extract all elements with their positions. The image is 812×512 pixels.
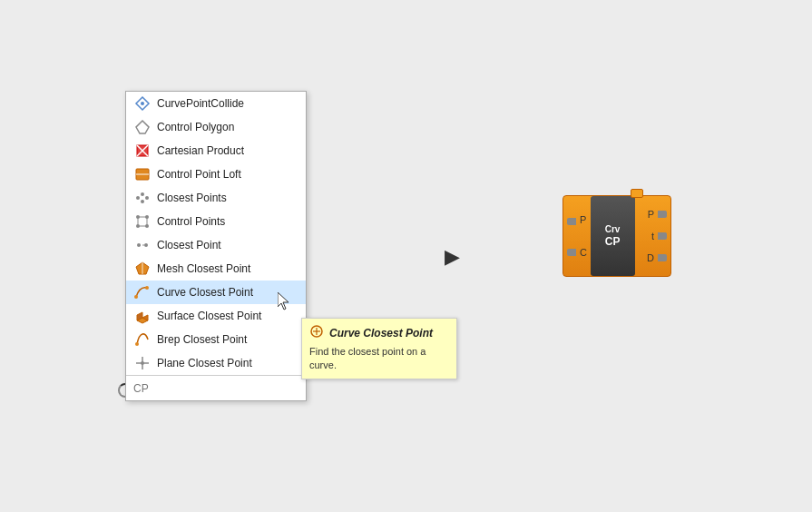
svg-marker-37: [278, 292, 289, 310]
node-label-line1: Crv: [605, 224, 621, 235]
node-center-label: Crv CP: [591, 196, 635, 276]
menu-item-closest-point[interactable]: Closest Point: [126, 233, 306, 257]
port-connector-rp: [658, 211, 667, 218]
menu-item-label-mesh-closest-point: Mesh Closest Point: [157, 262, 250, 275]
separator-arrow: ▶: [445, 245, 460, 269]
port-right-d[interactable]: D: [635, 252, 670, 263]
tooltip-icon: [309, 324, 324, 341]
menu-item-label-control-points: Control Points: [157, 215, 225, 228]
menu-item-mesh-closest-point[interactable]: Mesh Closest Point: [126, 257, 306, 281]
menu-item-label-plane-closest-point: Plane Closest Point: [157, 357, 252, 369]
port-left-p[interactable]: P: [563, 214, 591, 225]
port-left-c[interactable]: C: [563, 247, 591, 258]
menu-item-label-curve-closest-point: Curve Closest Point: [157, 286, 253, 299]
port-label-rd: D: [647, 252, 654, 263]
svg-point-25: [134, 295, 138, 299]
svg-point-9: [141, 192, 144, 196]
mouse-cursor: [278, 292, 292, 310]
points-icon: [133, 189, 152, 207]
menu-item-label-curve-point-collide: CurvePointCollide: [157, 97, 244, 110]
menu-item-curve-point-collide[interactable]: CurvePointCollide: [126, 92, 306, 115]
svg-point-30: [135, 342, 139, 346]
port-connector-rt: [658, 232, 667, 240]
plane-icon: [133, 354, 152, 372]
menu-item-closest-points[interactable]: Closest Points: [126, 186, 306, 210]
menu-item-label-closest-points: Closest Points: [157, 192, 227, 204]
node-right-ports: P t D: [635, 196, 670, 276]
port-connector-c: [567, 249, 576, 256]
port-right-t[interactable]: t: [635, 231, 670, 241]
port-connector-p: [567, 218, 576, 225]
svg-point-33: [141, 361, 144, 365]
brep-icon: [133, 330, 152, 349]
tooltip-description: Find the closest point on a curve.: [309, 345, 449, 373]
svg-point-10: [145, 196, 149, 200]
cross-icon: [133, 142, 152, 160]
port-label-c: C: [580, 247, 587, 258]
menu-search[interactable]: [126, 375, 306, 400]
search-input[interactable]: [133, 382, 298, 395]
node-left-ports: P C: [563, 196, 591, 276]
curve-icon: [133, 283, 152, 301]
dropdown-menu: CurvePointCollideControl PolygonCartesia…: [125, 91, 307, 401]
closest-point-icon: [133, 236, 152, 254]
menu-item-label-control-point-loft: Control Point Loft: [157, 168, 241, 181]
diamond-icon: [133, 94, 152, 113]
node-container: P C Crv CP P: [563, 195, 671, 277]
svg-point-8: [136, 196, 140, 200]
node-body[interactable]: P C Crv CP P: [563, 195, 671, 277]
svg-point-26: [145, 286, 149, 290]
canvas: CurvePointCollideControl PolygonCartesia…: [0, 0, 812, 512]
node: P C Crv CP P: [563, 195, 671, 277]
svg-marker-2: [136, 121, 149, 133]
menu-item-control-points[interactable]: Control Points: [126, 210, 306, 233]
menu-item-label-surface-closest-point: Surface Closest Point: [157, 310, 261, 322]
port-label-rp: P: [648, 209, 654, 220]
menu-item-control-point-loft[interactable]: Control Point Loft: [126, 162, 306, 186]
menu-item-label-closest-point: Closest Point: [157, 239, 221, 251]
mesh-icon: [133, 260, 152, 278]
loft-icon: [133, 165, 152, 183]
port-right-p[interactable]: P: [635, 209, 670, 220]
port-label-rt: t: [651, 231, 654, 241]
menu-item-brep-closest-point[interactable]: Brep Closest Point: [126, 328, 306, 351]
menu-item-cartesian-product[interactable]: Cartesian Product: [126, 139, 306, 162]
control-points-icon: [133, 212, 152, 231]
svg-point-11: [141, 200, 144, 203]
tooltip-title: Curve Closest Point: [309, 324, 449, 341]
menu-item-control-polygon[interactable]: Control Polygon: [126, 115, 306, 139]
svg-point-1: [141, 102, 144, 105]
menu-item-label-brep-closest-point: Brep Closest Point: [157, 333, 247, 346]
polygon-icon: [133, 118, 152, 136]
tooltip: Curve Closest Point Find the closest poi…: [301, 318, 457, 379]
menu-item-label-control-polygon: Control Polygon: [157, 121, 234, 133]
menu-item-plane-closest-point[interactable]: Plane Closest Point: [126, 351, 306, 375]
port-label-p: P: [580, 214, 586, 225]
surface-icon: [133, 307, 152, 325]
node-label-line2: CP: [605, 235, 621, 248]
port-connector-rd: [658, 254, 667, 261]
menu-item-label-cartesian-product: Cartesian Product: [157, 144, 244, 157]
node-top-indicator: [631, 189, 643, 198]
